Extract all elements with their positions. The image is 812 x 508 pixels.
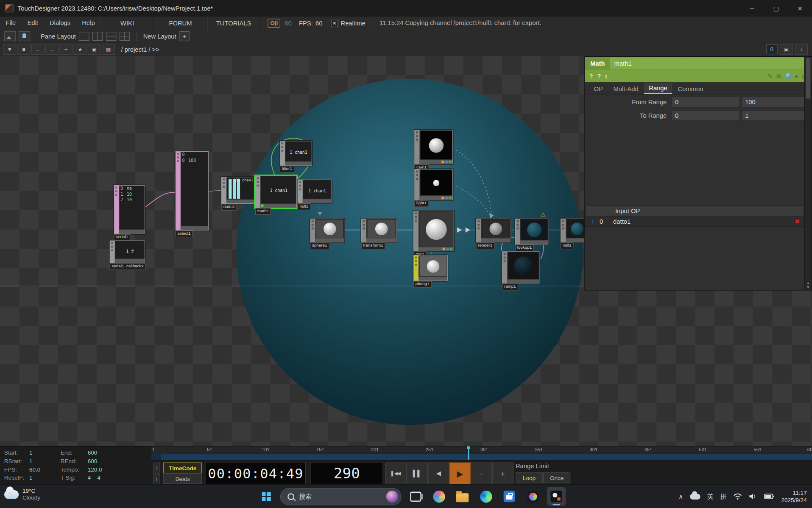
timeline-info-value[interactable]: 120.0 [88,466,135,475]
node-flags-bar[interactable] [520,240,548,244]
node-render1[interactable]: render1 [476,219,510,243]
realtime-checkbox[interactable]: ✕ [331,19,338,27]
timeline-mode-slash-button[interactable]: / [153,463,160,474]
python-help-icon[interactable]: ? [597,72,601,79]
node-geo1[interactable]: geo1 [413,211,454,251]
timeline-info-value[interactable]: 1 [29,458,61,466]
node-flags-bar[interactable] [115,258,145,263]
playhead[interactable] [469,446,469,460]
increment-button[interactable]: + [492,463,513,485]
forward-button[interactable]: → [45,44,59,55]
node-flag-dot[interactable] [450,248,452,250]
breadcrumb[interactable]: / project1 / >> [121,46,159,53]
node-flags-bar[interactable] [119,230,145,234]
ime-mode-indicator[interactable]: 拼 [720,492,726,501]
panel-scrollbar[interactable]: ▲▼ [804,57,812,290]
timeline-info-value[interactable]: 60.0 [29,466,61,475]
node-flags-bar[interactable] [419,276,447,280]
timeline-info-value[interactable]: 4 4 [88,475,135,483]
media-app-button[interactable] [523,487,542,505]
node-light1[interactable]: light1 [414,169,453,200]
minimize-button[interactable]: ─ [740,0,764,17]
node-flags-bar[interactable] [481,238,510,242]
node-datto1[interactable]: 100 chan1datto1 [221,177,255,204]
weather-widget[interactable]: 19°C Cloudy [4,488,40,501]
node-filter1[interactable]: 1 chan1filter1 [280,141,312,166]
to-range-max-field[interactable]: 1 [742,110,810,121]
node-phong1[interactable]: phong1 [413,255,448,281]
layout-quad-button[interactable] [120,32,130,41]
maximize-button[interactable]: ▢ [764,0,788,17]
input-op-name[interactable]: datto1 [613,218,791,225]
pause-button[interactable]: ▌▌ [407,463,428,485]
node-flags-bar[interactable] [226,199,254,203]
close-button[interactable]: ✕ [788,0,812,17]
menu-edit[interactable]: Edit [22,17,44,30]
from-range-max-field[interactable]: 100 [742,97,810,108]
menu-dialogs[interactable]: Dialogs [44,17,76,30]
node-flags-bar[interactable] [366,238,396,242]
comment-edit-icon[interactable]: ✎ [767,72,773,79]
find-op-button[interactable]: ◉ [88,44,101,55]
node-flag-dot[interactable] [446,248,449,250]
loop-button[interactable]: Loop [516,472,543,483]
node-flags-bar[interactable] [419,196,452,200]
volume-icon[interactable] [749,493,757,500]
timeline-info-value[interactable]: 600 [88,450,135,458]
node-flag-dot[interactable] [449,197,451,199]
menu-file[interactable]: File [0,17,22,30]
palette-icon[interactable] [19,31,30,41]
timeline-mode-i-button[interactable]: I [153,474,160,485]
timeline-info-value[interactable]: 1 [29,475,61,483]
remove-input-icon[interactable]: ✕ [791,218,804,225]
task-view-button[interactable] [406,487,425,505]
add-op-button[interactable]: + [59,44,73,55]
pane-maximize-icon[interactable]: ▣ [780,44,793,55]
language-python-icon[interactable] [785,73,791,79]
edge-button[interactable] [477,487,495,505]
network-editor[interactable]: 0me110210serial11 #serial1_callbacks0010… [0,56,812,446]
bookmark-icon[interactable] [4,31,16,41]
decrement-button[interactable]: − [471,463,492,485]
node-flag-dot[interactable] [443,248,445,250]
store-button[interactable] [500,487,519,505]
node-cam1[interactable]: cam1 [414,130,453,164]
node-flags-bar[interactable] [419,247,453,251]
node-flags-bar[interactable] [315,238,344,242]
back-button[interactable]: ← [31,44,45,55]
layout-split-v-button[interactable] [106,32,117,41]
from-range-min-field[interactable]: 0 [671,97,740,108]
node-flags-bar[interactable] [285,161,312,165]
tab-common[interactable]: Common [673,84,708,94]
node-flags-bar[interactable] [303,199,332,203]
comment-icon[interactable]: ✉ [776,72,781,79]
timeline-ruler[interactable]: 151101151201251301351401451501551600 [151,446,812,454]
node-transform1[interactable]: transform1 [361,219,397,243]
new-layout-add-button[interactable]: + [179,31,189,41]
tab-range[interactable]: Range [644,83,672,94]
timeline-range-bar[interactable] [151,454,812,461]
menu-help[interactable]: Help [76,17,100,30]
network-overview-button[interactable]: ▦ [102,44,115,55]
pane-collapse-icon[interactable]: ↓ [795,44,808,55]
to-range-min-field[interactable]: 0 [671,110,740,121]
start-button[interactable] [257,487,276,505]
play-button[interactable]: ▶ [449,463,471,485]
onedrive-icon[interactable] [690,494,700,500]
taskbar-clock[interactable]: 11:17 2025/9/24 [781,489,806,503]
copilot-button[interactable] [430,487,448,505]
node-sphere1[interactable]: sphere1 [310,219,344,243]
once-button[interactable]: Once [543,472,570,483]
node-flag-dot[interactable] [449,161,451,163]
timeline-info-value[interactable]: 600 [88,458,135,466]
pane-type-dropdown[interactable]: ▼ [3,44,16,55]
input-up-icon[interactable]: ↑ [586,218,600,225]
stop-button[interactable]: ■ [17,44,31,55]
node-flags-bar[interactable] [419,160,452,164]
node-flag-dot[interactable] [445,161,448,163]
file-explorer-button[interactable] [453,487,472,505]
ime-language-indicator[interactable]: 英 [707,492,714,501]
node-flags-bar[interactable] [507,279,539,283]
input-op-row[interactable]: ↑ 0 datto1 ✕ [586,217,804,227]
menu-tutorials[interactable]: TUTORIALS [207,17,260,30]
